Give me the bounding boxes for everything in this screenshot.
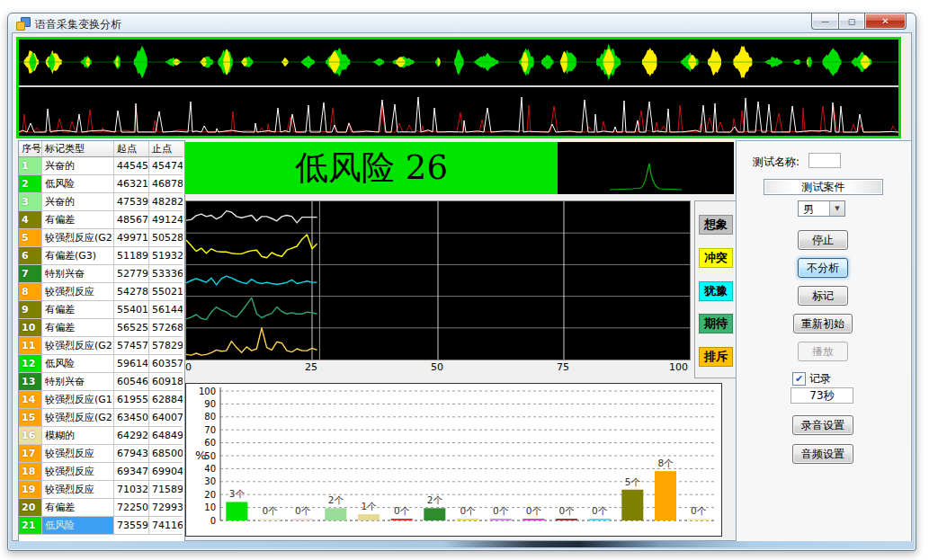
table-row[interactable]: 1兴奋的4454545474 [19,157,184,175]
column-header[interactable]: 序号 [19,141,42,157]
end-cell[interactable]: 72993 [149,499,183,517]
end-cell[interactable]: 53336 [149,265,183,283]
duration-field[interactable]: 73秒 [791,387,853,404]
column-header[interactable]: 起点 [114,141,149,157]
mark-type-cell[interactable]: 低风险 [42,175,114,193]
row-number-cell[interactable]: 17 [19,445,42,463]
row-number-cell[interactable]: 21 [19,517,42,535]
mark-type-cell[interactable]: 有偏差 [42,319,114,337]
audio-settings-button[interactable]: 音频设置 [792,444,853,464]
end-cell[interactable]: 45474 [149,157,183,175]
start-cell[interactable]: 59614 [114,355,149,373]
end-cell[interactable]: 60918 [149,373,183,391]
mark-type-cell[interactable]: 低风险 [42,517,114,535]
end-cell[interactable]: 48282 [149,193,183,211]
end-cell[interactable]: 64007 [149,409,183,427]
close-button[interactable]: ✕ [864,13,907,30]
end-cell[interactable]: 46878 [149,175,183,193]
maximize-button[interactable]: ▢ [839,13,864,30]
start-cell[interactable]: 71032 [114,481,149,499]
record-checkbox[interactable]: ✔ [792,372,806,386]
minimize-button[interactable]: — [811,13,839,30]
end-cell[interactable]: 55021 [149,283,183,301]
start-cell[interactable]: 44545 [114,157,149,175]
mark-type-cell[interactable]: 较强烈反应(G2) [42,409,114,427]
table-row[interactable]: 11较强烈反应(G2)5745757829 [19,337,184,355]
table-row[interactable]: 8较强烈反应5427855021 [19,283,184,301]
start-cell[interactable]: 73559 [114,517,149,535]
row-number-cell[interactable]: 19 [19,481,42,499]
mark-type-cell[interactable]: 较强烈反应 [42,283,114,301]
reinit-button[interactable]: 重新初始 [793,314,853,333]
end-cell[interactable]: 68500 [149,445,183,463]
table-row[interactable]: 6有偏差(G3)5118951932 [19,247,184,265]
start-cell[interactable]: 54278 [114,283,149,301]
end-cell[interactable]: 69904 [149,463,183,481]
end-cell[interactable]: 49124 [149,211,183,229]
row-number-cell[interactable]: 12 [19,355,42,373]
row-number-cell[interactable]: 5 [19,229,42,247]
row-number-cell[interactable]: 16 [19,427,42,445]
start-cell[interactable]: 67943 [114,445,149,463]
start-cell[interactable]: 61955 [114,391,149,409]
stop-button[interactable]: 停止 [798,230,848,250]
row-number-cell[interactable]: 13 [19,373,42,391]
start-cell[interactable]: 64292 [114,427,149,445]
end-cell[interactable]: 71589 [149,481,183,499]
record-settings-button[interactable]: 录音设置 [792,415,853,435]
row-number-cell[interactable]: 1 [19,157,42,175]
row-number-cell[interactable]: 9 [19,301,42,319]
start-cell[interactable]: 72250 [114,499,149,517]
row-number-cell[interactable]: 4 [19,211,42,229]
end-cell[interactable]: 56144 [149,301,183,319]
row-number-cell[interactable]: 8 [19,283,42,301]
mark-type-cell[interactable]: 低风险 [42,355,114,373]
titlebar[interactable]: 语音采集变换分析 — ▢ ✕ [8,13,916,32]
mark-type-cell[interactable]: 有偏差 [42,301,114,319]
mark-type-cell[interactable]: 兴奋的 [42,157,114,175]
start-cell[interactable]: 60546 [114,373,149,391]
end-cell[interactable]: 74116 [149,517,183,535]
test-case-field[interactable]: 测试案件 [764,179,883,195]
table-row[interactable]: 17较强烈反应6794368500 [19,445,184,463]
start-cell[interactable]: 56525 [114,319,149,337]
table-row[interactable]: 3兴奋的4753948282 [19,193,184,211]
start-cell[interactable]: 48567 [114,211,149,229]
end-cell[interactable]: 60357 [149,355,183,373]
play-button[interactable]: 播放 [798,342,848,361]
table-row[interactable]: 14较强烈反应(G1)(G26195562884 [19,391,184,409]
end-cell[interactable]: 50528 [149,229,183,247]
start-cell[interactable]: 47539 [114,193,149,211]
mark-type-cell[interactable]: 较强烈反应 [42,445,114,463]
start-cell[interactable]: 46321 [114,175,149,193]
row-number-cell[interactable]: 20 [19,499,42,517]
table-row[interactable]: 12低风险5961460357 [19,355,184,373]
test-name-input[interactable] [808,153,841,168]
mark-type-cell[interactable]: 较强烈反应 [42,481,114,499]
end-cell[interactable]: 62884 [149,391,183,409]
mark-type-cell[interactable]: 特别兴奋 [42,265,114,283]
end-cell[interactable]: 57829 [149,337,183,355]
end-cell[interactable]: 51932 [149,247,183,265]
row-number-cell[interactable]: 7 [19,265,42,283]
table-row[interactable]: 5较强烈反应(G2)(G34997150528 [19,229,184,247]
mark-type-cell[interactable]: 较强烈反应 [42,463,114,481]
start-cell[interactable]: 57457 [114,337,149,355]
row-number-cell[interactable]: 15 [19,409,42,427]
table-row[interactable]: 20有偏差7225072993 [19,499,184,517]
mark-type-cell[interactable]: 有偏差 [42,499,114,517]
mark-type-cell[interactable]: 较强烈反应(G2)(G3 [42,229,114,247]
table-row[interactable]: 15较强烈反应(G2)6345064007 [19,409,184,427]
row-number-cell[interactable]: 3 [19,193,42,211]
row-number-cell[interactable]: 11 [19,337,42,355]
mark-type-cell[interactable]: 较强烈反应(G1)(G2 [42,391,114,409]
table-row[interactable]: 13特别兴奋6054660918 [19,373,184,391]
start-cell[interactable]: 55401 [114,301,149,319]
start-cell[interactable]: 69347 [114,463,149,481]
mark-type-cell[interactable]: 较强烈反应(G2) [42,337,114,355]
row-number-cell[interactable]: 6 [19,247,42,265]
row-number-cell[interactable]: 10 [19,319,42,337]
mark-button[interactable]: 标记 [798,286,848,306]
table-row[interactable]: 2低风险4632146878 [19,175,184,193]
table-row[interactable]: 4有偏差4856749124 [19,211,184,229]
